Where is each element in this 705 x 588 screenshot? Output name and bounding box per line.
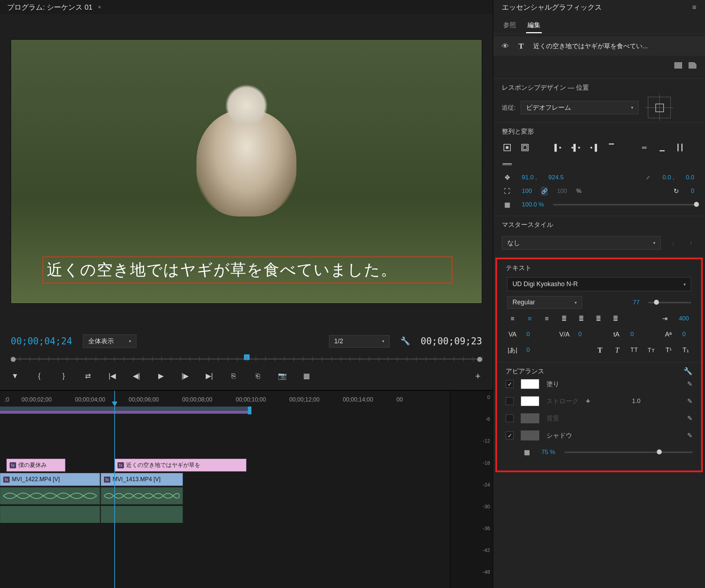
go-to-in-button[interactable]: |◀	[108, 372, 116, 380]
align-right-text-icon[interactable]: ≡	[541, 314, 552, 323]
justify-left-icon[interactable]: ≣	[559, 314, 569, 323]
lift-button[interactable]: ⎘	[229, 372, 238, 380]
layer-item[interactable]: 👁 T 近くの空き地ではヤギが草を食べてい...	[493, 36, 705, 56]
push-style-down-icon[interactable]: ↓	[668, 238, 679, 248]
marker-button[interactable]: ▼	[11, 372, 19, 380]
font-weight-dropdown[interactable]: Regular▾	[507, 296, 582, 309]
add-button[interactable]: +	[474, 372, 482, 380]
follow-dropdown[interactable]: ビデオフレーム▾	[521, 101, 639, 114]
shadow-opacity[interactable]: 75 %	[539, 448, 558, 457]
italic-button[interactable]: T	[612, 345, 622, 355]
kerning-value[interactable]: 0	[524, 330, 532, 339]
tab-edit[interactable]: 編集	[526, 18, 542, 33]
push-style-up-icon[interactable]: ↑	[686, 238, 696, 248]
caption-text-box[interactable]: 近くの空き地ではヤギが草を食べていました。	[42, 256, 452, 283]
allcaps-button[interactable]: TT	[629, 345, 640, 355]
align-left-text-icon[interactable]: ≡	[507, 314, 518, 323]
comparison-view-button[interactable]: ▦	[302, 372, 311, 380]
rotation-value[interactable]: 0	[689, 187, 696, 195]
align-center-box-alt-icon[interactable]	[520, 143, 530, 152]
opacity-value[interactable]: 100.0 %	[520, 200, 546, 209]
add-stroke-icon[interactable]: +	[586, 397, 590, 406]
stroke-eyedropper-icon[interactable]: ✎	[687, 397, 692, 405]
pin-widget[interactable]	[648, 97, 671, 118]
go-to-out-button[interactable]: ▶|	[205, 372, 214, 380]
anchor-x[interactable]: 0.0 ,	[660, 173, 676, 182]
step-back-button[interactable]: ◀|	[132, 372, 141, 380]
superscript-button[interactable]: T¹	[663, 345, 674, 355]
background-checkbox[interactable]	[506, 414, 514, 422]
align-top-icon[interactable]: ▔	[606, 143, 617, 152]
fill-checkbox[interactable]: ✓	[506, 380, 514, 388]
shadow-checkbox[interactable]: ✓	[506, 432, 514, 439]
new-folder-icon[interactable]	[674, 62, 682, 69]
align-right-icon[interactable]: ▪▐	[588, 143, 599, 152]
extract-button[interactable]: ⎗	[254, 372, 262, 380]
distribute-v-icon[interactable]: ══	[502, 159, 512, 169]
graphic-clip-2[interactable]: fx 近くの空き地ではヤギが草を	[114, 459, 246, 472]
smallcaps-button[interactable]: Tᴛ	[646, 345, 657, 355]
stroke-width[interactable]: 1.0	[632, 398, 641, 405]
align-center-text-icon[interactable]: ≡	[524, 314, 535, 323]
tsume-value[interactable]: 0	[524, 346, 532, 354]
play-button[interactable]: ▶	[156, 372, 165, 380]
zoom-fit-dropdown[interactable]: 全体表示▾	[83, 334, 136, 348]
timeline-ruler[interactable]: ;0 00;00;02;00 00;00;04;00 00;00;06;00 0…	[0, 391, 450, 405]
step-forward-button[interactable]: |▶	[181, 372, 189, 380]
scrub-bar[interactable]	[11, 353, 482, 362]
position-x[interactable]: 91.0 ,	[520, 173, 539, 182]
background-eyedropper-icon[interactable]: ✎	[687, 414, 692, 422]
scale-w[interactable]: 100	[520, 187, 534, 195]
font-size[interactable]: 77	[631, 298, 642, 307]
baseline-value[interactable]: 0	[680, 330, 688, 339]
video-clip-2[interactable]: fx MVI_1413.MP4 [V]	[101, 473, 183, 486]
align-center-box-icon[interactable]	[502, 143, 512, 152]
anchor-y[interactable]: 0.0	[684, 173, 696, 182]
video-preview[interactable]: 近くの空き地ではヤギが草を食べていました。	[11, 39, 482, 304]
audio-clip-1[interactable]	[0, 487, 100, 504]
tracking-value[interactable]: 400	[677, 314, 691, 323]
shadow-eyedropper-icon[interactable]: ✎	[687, 432, 692, 439]
background-swatch[interactable]	[521, 413, 539, 423]
justify-full-icon[interactable]: ≣	[610, 314, 621, 323]
graphic-clip-1[interactable]: fx 僕の夏休み	[6, 459, 65, 472]
align-left-icon[interactable]: ▌▪	[552, 143, 563, 152]
fill-swatch[interactable]	[521, 379, 539, 389]
insert-button[interactable]: ⇄	[84, 372, 92, 380]
justify-center-icon[interactable]: ≣	[576, 314, 586, 323]
font-size-slider[interactable]	[648, 302, 691, 303]
new-layer-icon[interactable]	[689, 62, 696, 69]
justify-right-icon[interactable]: ≣	[593, 314, 604, 323]
audio-clip-2[interactable]	[101, 487, 183, 504]
panel-menu-icon[interactable]: ≡	[692, 3, 696, 11]
align-bottom-icon[interactable]: ▁	[657, 143, 668, 152]
appearance-settings-icon[interactable]: 🔧	[684, 367, 692, 375]
tab-browse[interactable]: 参照	[502, 18, 518, 33]
distribute-h-icon[interactable]: ┃┃	[675, 143, 685, 152]
audio-clip-3[interactable]	[0, 506, 100, 523]
audio-clip-4[interactable]	[101, 506, 183, 523]
resolution-dropdown[interactable]: 1/2▾	[329, 335, 390, 348]
stroke-swatch[interactable]	[521, 396, 539, 406]
opacity-slider[interactable]	[553, 204, 696, 205]
visibility-eye-icon[interactable]: 👁	[502, 42, 509, 50]
bold-button[interactable]: T	[595, 345, 605, 355]
export-frame-button[interactable]: 📷	[278, 372, 286, 380]
video-clip-1[interactable]: fx MVI_1422.MP4 [V]	[0, 473, 100, 486]
master-style-dropdown[interactable]: なし▾	[502, 236, 661, 250]
shadow-opacity-slider[interactable]	[565, 452, 692, 453]
fill-eyedropper-icon[interactable]: ✎	[687, 380, 692, 388]
va-value[interactable]: 0	[576, 330, 584, 339]
settings-wrench-icon[interactable]: 🔧	[400, 337, 410, 346]
align-vcenter-icon[interactable]: ═	[639, 143, 650, 152]
out-point-button[interactable]: }	[59, 372, 68, 380]
font-family-dropdown[interactable]: UD Digi Kyokasho N-R▾	[507, 277, 691, 291]
leading-value[interactable]: 0	[628, 330, 636, 339]
subscript-button[interactable]: T₁	[680, 345, 691, 355]
shadow-swatch[interactable]	[521, 430, 539, 440]
timecode-current[interactable]: 00;00;04;24	[11, 336, 72, 347]
position-y[interactable]: 924.5	[546, 173, 566, 182]
in-point-button[interactable]: {	[35, 372, 44, 380]
stroke-checkbox[interactable]	[506, 397, 514, 405]
playhead[interactable]	[114, 391, 115, 588]
